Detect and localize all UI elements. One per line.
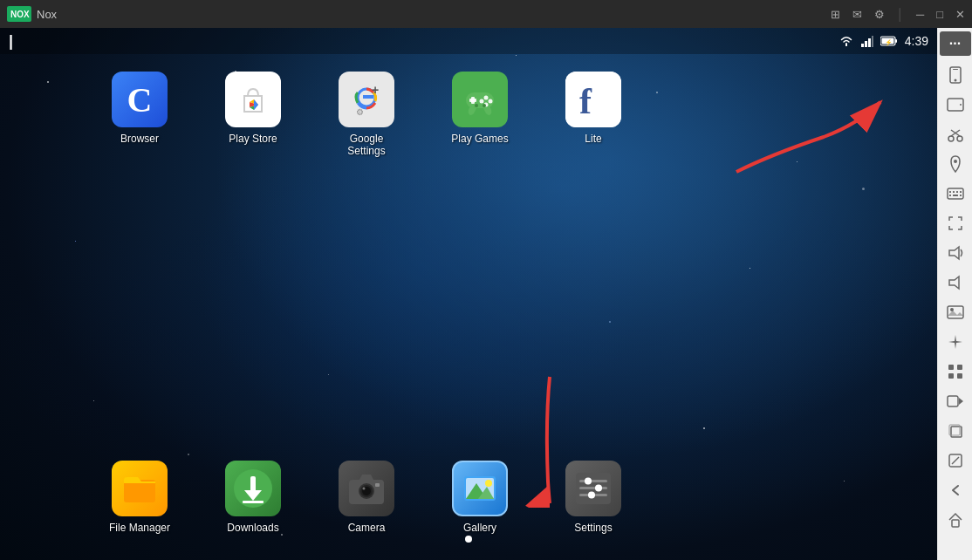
app-camera[interactable]: Camera bbox=[332, 461, 401, 534]
svg-rect-75 bbox=[948, 306, 963, 318]
sidebar-layers-icon[interactable] bbox=[940, 417, 971, 445]
sidebar-resize-icon[interactable] bbox=[940, 447, 971, 475]
battery-icon: ⚡ bbox=[880, 36, 898, 46]
time-display: 4:39 bbox=[905, 34, 928, 48]
lite-label: Lite bbox=[585, 133, 601, 145]
titlebar: NOX Nox ⊞ ✉ ⚙ │ ─ □ ✕ bbox=[0, 0, 972, 28]
sidebar-keyboard-icon[interactable] bbox=[940, 180, 971, 208]
lite-icon: f bbox=[565, 72, 621, 127]
settings-label: Settings bbox=[574, 522, 612, 534]
svg-point-23 bbox=[489, 99, 493, 104]
gsettings-label: Google Settings bbox=[332, 133, 401, 157]
sidebar-volume-down-icon[interactable] bbox=[940, 269, 971, 297]
play-store-label: Play Store bbox=[229, 133, 277, 145]
svg-rect-6 bbox=[872, 36, 873, 47]
sidebar-scissors-icon[interactable] bbox=[940, 120, 971, 148]
app-google-settings[interactable]: ⚙ + Google Settings bbox=[332, 72, 401, 157]
titlebar-title: Nox bbox=[37, 8, 57, 21]
svg-rect-34 bbox=[243, 501, 264, 503]
svg-point-64 bbox=[954, 160, 957, 163]
svg-rect-82 bbox=[948, 396, 958, 406]
signal-icon bbox=[861, 35, 873, 47]
svg-rect-70 bbox=[949, 195, 951, 196]
play-games-label: Play Games bbox=[451, 133, 508, 145]
svg-rect-79 bbox=[957, 365, 962, 370]
sidebar-phone-icon[interactable] bbox=[940, 61, 971, 89]
app-play-games[interactable]: Play Games bbox=[445, 72, 515, 145]
svg-marker-74 bbox=[949, 277, 959, 289]
gallery-label: Gallery bbox=[463, 522, 496, 534]
svg-point-22 bbox=[484, 96, 489, 100]
app-downloads[interactable]: Downloads bbox=[218, 461, 288, 534]
downloads-icon bbox=[225, 461, 281, 516]
sidebar-location-icon[interactable] bbox=[940, 150, 971, 178]
camera-icon bbox=[339, 461, 394, 516]
titlebar-settings-icon[interactable]: ⚙ bbox=[874, 8, 885, 21]
sidebar-sparkle-icon[interactable] bbox=[940, 328, 971, 356]
wifi-icon bbox=[839, 35, 854, 47]
red-arrow-right bbox=[719, 85, 893, 189]
svg-rect-87 bbox=[952, 520, 959, 527]
status-bar: | ⚡ 4:39 bbox=[0, 28, 937, 54]
svg-text:+: + bbox=[372, 83, 379, 97]
sidebar-back-icon[interactable] bbox=[940, 476, 971, 504]
svg-marker-83 bbox=[959, 398, 963, 405]
android-screen: | ⚡ 4:39 bbox=[0, 28, 937, 560]
svg-rect-56 bbox=[953, 69, 958, 70]
notification-icon: | bbox=[9, 32, 13, 51]
svg-rect-80 bbox=[948, 373, 954, 379]
downloads-label: Downloads bbox=[227, 522, 278, 534]
page-dot-indicator bbox=[465, 536, 472, 543]
svg-point-2 bbox=[845, 44, 847, 46]
titlebar-close-button[interactable]: ✕ bbox=[955, 8, 965, 21]
app-file-manager[interactable]: File Manager bbox=[105, 461, 175, 534]
svg-marker-73 bbox=[949, 247, 959, 259]
nox-logo: NOX bbox=[7, 6, 31, 22]
sidebar-expand-icon[interactable] bbox=[940, 209, 971, 237]
svg-rect-3 bbox=[861, 44, 864, 47]
titlebar-mail-icon[interactable]: ✉ bbox=[852, 8, 862, 21]
titlebar-controls: ⊞ ✉ ⚙ │ ─ □ ✕ bbox=[831, 8, 965, 21]
svg-point-57 bbox=[954, 79, 956, 82]
svg-point-61 bbox=[957, 136, 962, 141]
titlebar-maximize-button[interactable]: □ bbox=[936, 8, 943, 21]
svg-rect-28 bbox=[565, 72, 621, 127]
svg-rect-72 bbox=[960, 195, 962, 196]
filemanager-icon bbox=[112, 461, 168, 516]
sidebar-record-icon[interactable] bbox=[940, 387, 971, 415]
svg-point-45 bbox=[485, 480, 492, 487]
svg-marker-14 bbox=[254, 99, 258, 110]
right-sidebar: ··· bbox=[937, 28, 972, 560]
svg-rect-21 bbox=[469, 99, 476, 102]
svg-rect-71 bbox=[953, 195, 958, 196]
app-grid-top: C Browser bbox=[105, 72, 628, 157]
browser-icon: C bbox=[112, 72, 168, 127]
svg-point-25 bbox=[480, 99, 484, 104]
svg-rect-69 bbox=[960, 191, 962, 193]
svg-rect-66 bbox=[949, 191, 951, 193]
svg-point-39 bbox=[363, 488, 366, 490]
svg-point-60 bbox=[948, 136, 954, 141]
svg-rect-8 bbox=[895, 39, 897, 43]
camera-label: Camera bbox=[348, 522, 386, 534]
sidebar-tablet-icon[interactable] bbox=[940, 91, 971, 119]
titlebar-minimize-button[interactable]: ─ bbox=[916, 8, 924, 21]
red-arrow-down bbox=[497, 368, 602, 508]
app-browser[interactable]: C Browser bbox=[105, 72, 175, 145]
sidebar-image-icon[interactable] bbox=[940, 298, 971, 326]
gsettings-icon: ⚙ + bbox=[339, 72, 394, 127]
sidebar-volume-up-icon[interactable] bbox=[940, 239, 971, 267]
svg-rect-40 bbox=[375, 483, 380, 487]
titlebar-multiwindow-icon[interactable]: ⊞ bbox=[831, 8, 840, 21]
svg-point-27 bbox=[483, 104, 486, 107]
sidebar-home-icon[interactable] bbox=[940, 506, 971, 534]
svg-rect-81 bbox=[957, 373, 962, 379]
app-lite[interactable]: f Lite bbox=[558, 72, 628, 145]
app-play-store[interactable]: Play Store bbox=[218, 72, 288, 145]
playgames-icon bbox=[452, 72, 508, 127]
sidebar-apps-grid-icon[interactable] bbox=[940, 358, 971, 386]
titlebar-left: NOX Nox bbox=[7, 6, 57, 22]
playstore-icon bbox=[225, 72, 281, 127]
svg-point-76 bbox=[950, 308, 954, 311]
sidebar-menu-button[interactable]: ··· bbox=[940, 31, 971, 56]
